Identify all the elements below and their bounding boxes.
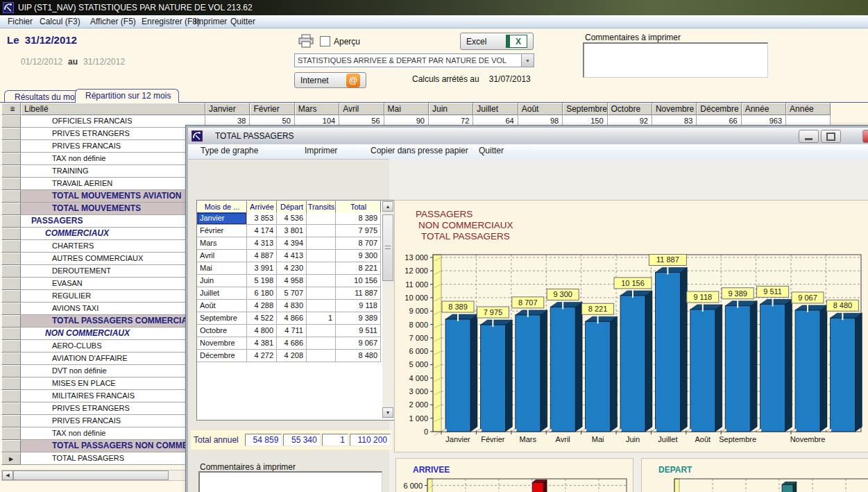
row-selector[interactable]	[1, 378, 21, 390]
child-titlebar[interactable]: TOTAL PASSAGERS	[188, 128, 868, 145]
value-cell[interactable]: 4 394	[277, 237, 307, 250]
row-selector[interactable]	[1, 440, 21, 452]
libelle-cell[interactable]: PRIVES FRANCAIS	[21, 415, 205, 427]
column-header-février[interactable]: Février	[250, 103, 294, 115]
current-row-marker[interactable]: ▶	[1, 452, 21, 465]
month-cell[interactable]: Février	[197, 225, 247, 237]
value-cell[interactable]: 4 830	[277, 300, 307, 312]
libelle-cell[interactable]: TOTAL PASSAGERS NON COMME	[21, 440, 205, 452]
apercu-checkbox[interactable]: Aperçu	[320, 36, 360, 46]
column-header-année[interactable]: Année	[786, 103, 831, 115]
libelle-cell[interactable]: REGULIER	[21, 290, 205, 303]
row-selector[interactable]	[1, 402, 21, 415]
child-table-row[interactable]: Janvier3 8534 5368 389	[197, 212, 381, 225]
child-menu-item-quitter[interactable]: Quitter	[479, 146, 504, 155]
excel-button[interactable]: Excel X	[460, 33, 534, 50]
value-cell[interactable]	[307, 275, 336, 287]
checkbox-box[interactable]	[320, 36, 330, 46]
child-table-row[interactable]: Avril4 8874 4139 300	[197, 250, 381, 262]
column-header-septembre[interactable]: Septembre	[563, 103, 607, 115]
value-cell[interactable]: 11 887	[336, 287, 381, 300]
column-header-mars[interactable]: Mars	[295, 103, 339, 115]
value-cell[interactable]: 4 800	[247, 325, 277, 337]
value-cell[interactable]: 5 707	[277, 287, 307, 300]
close-button[interactable]: ✕	[862, 130, 868, 143]
value-cell[interactable]: 4 381	[247, 337, 277, 350]
value-cell[interactable]: 4 536	[277, 212, 307, 225]
minimize-button[interactable]	[799, 130, 819, 143]
libelle-cell[interactable]: OFFICIELS FRANCAIS	[21, 115, 205, 128]
value-cell[interactable]	[307, 225, 336, 237]
libelle-cell[interactable]: COMMERCIAUX	[21, 228, 205, 240]
value-cell[interactable]: 8 221	[336, 262, 381, 275]
row-selector[interactable]	[1, 290, 21, 303]
value-cell[interactable]	[307, 287, 336, 300]
month-cell[interactable]: Juillet	[197, 287, 247, 300]
column-header-décembre[interactable]: Décembre	[697, 103, 741, 115]
report-selector-combobox[interactable]: STATISTIQUES ARRIVEE & DEPART PAR NATURE…	[294, 53, 534, 67]
libelle-cell[interactable]: AVIATION D'AFFAIRE	[21, 353, 205, 365]
value-cell[interactable]: 10 156	[336, 275, 381, 287]
value-cell[interactable]: 4 288	[247, 300, 277, 312]
menu-item-imprimer[interactable]: Imprimer	[192, 16, 230, 27]
child-col-header-1[interactable]: Arrivée	[247, 201, 277, 213]
libelle-cell[interactable]: NON COMMERCIAUX	[21, 328, 205, 340]
value-cell[interactable]: 8 707	[336, 237, 381, 250]
libelle-cell[interactable]: TRAINING	[21, 165, 205, 178]
row-selector[interactable]	[1, 278, 21, 290]
column-header-avril[interactable]: Avril	[339, 103, 384, 115]
child-table-vscrollbar[interactable]: ▲▼	[382, 201, 394, 418]
column-header-année[interactable]: Année	[742, 103, 786, 115]
month-cell[interactable]: Novembre	[197, 337, 247, 350]
month-cell[interactable]: Décembre	[197, 350, 247, 362]
column-header-novembre[interactable]: Novembre	[652, 103, 697, 115]
value-cell[interactable]	[307, 250, 336, 262]
row-selector[interactable]	[1, 115, 21, 128]
child-table-row[interactable]: Août4 2884 8309 118	[197, 300, 381, 312]
month-cell[interactable]: Octobre	[197, 325, 247, 337]
month-cell[interactable]: Mai	[197, 262, 247, 275]
value-cell[interactable]: 9 511	[336, 325, 381, 337]
value-cell[interactable]: 6 180	[247, 287, 277, 300]
column-header-libelle[interactable]: Libellé	[21, 103, 205, 115]
child-table-row[interactable]: Mars4 3134 3948 707	[197, 237, 381, 250]
internet-button[interactable]: Internet @	[294, 72, 366, 88]
value-cell[interactable]: 7 975	[336, 225, 381, 237]
comments-textarea[interactable]	[583, 42, 768, 78]
child-menu-item-copier-dans-presse-papier[interactable]: Copier dans presse papier	[371, 146, 468, 155]
libelle-cell[interactable]: PRIVES ETRANGERS	[21, 128, 205, 140]
value-cell[interactable]: 4 230	[277, 262, 307, 275]
value-cell[interactable]: 4 711	[277, 325, 307, 337]
value-cell[interactable]: 4 522	[247, 312, 277, 325]
value-cell[interactable]: 9 067	[336, 337, 381, 350]
row-selector[interactable]	[1, 340, 21, 353]
row-selector[interactable]	[1, 315, 21, 328]
row-selector[interactable]	[1, 215, 21, 228]
column-header-janvier[interactable]: Janvier	[205, 103, 250, 115]
value-cell[interactable]: 4 313	[247, 237, 277, 250]
value-cell[interactable]: 4 174	[247, 225, 277, 237]
libelle-cell[interactable]: TOTAL PASSAGERS	[21, 452, 205, 465]
value-cell[interactable]: 4 272	[247, 350, 277, 362]
row-selector[interactable]	[1, 390, 21, 402]
value-cell[interactable]	[307, 337, 336, 350]
menu-item-quitter[interactable]: Quitter	[228, 16, 258, 27]
month-cell[interactable]: Mars	[197, 237, 247, 250]
menu-item-calcul-f3-[interactable]: Calcul (F3)	[37, 16, 83, 27]
month-cell[interactable]: Juin	[197, 275, 247, 287]
value-cell[interactable]: 3 801	[277, 225, 307, 237]
child-table-row[interactable]: Novembre4 3814 6869 067	[197, 337, 381, 350]
scroll-up-icon[interactable]: ▲	[382, 201, 393, 212]
libelle-cell[interactable]: TOTAL MOUVEMENTS	[21, 203, 205, 215]
value-cell[interactable]: 9 118	[336, 300, 381, 312]
month-cell[interactable]: Avril	[197, 250, 247, 262]
row-selector[interactable]	[1, 178, 21, 190]
row-selector[interactable]	[1, 140, 21, 153]
row-selector[interactable]	[1, 303, 21, 315]
value-cell[interactable]	[307, 300, 336, 312]
libelle-cell[interactable]: TRAVAIL AERIEN	[21, 178, 205, 190]
value-cell[interactable]: 4 413	[277, 250, 307, 262]
libelle-cell[interactable]: MISES EN PLACE	[21, 378, 205, 390]
row-selector[interactable]	[1, 128, 21, 140]
value-cell[interactable]: 9 300	[336, 250, 381, 262]
